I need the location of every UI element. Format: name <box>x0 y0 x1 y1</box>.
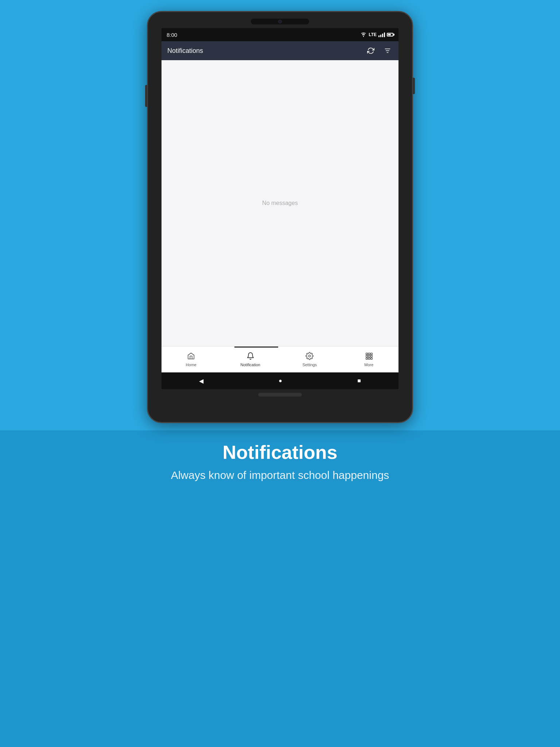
wifi-icon <box>360 32 367 37</box>
svg-rect-9 <box>368 355 370 357</box>
camera-lens <box>278 20 282 23</box>
home-icon <box>187 352 195 361</box>
nav-item-more[interactable]: More <box>354 349 384 370</box>
signal-icon <box>378 32 385 37</box>
tablet-device: 8:00 LTE <box>147 11 413 423</box>
power-button[interactable] <box>413 78 415 94</box>
status-time: 8:00 <box>167 32 177 38</box>
content-area: No messages <box>162 60 398 346</box>
filter-button[interactable] <box>382 46 393 56</box>
bottom-handle <box>258 393 302 396</box>
status-bar: 8:00 LTE <box>162 28 398 41</box>
svg-point-0 <box>363 36 364 37</box>
nav-label-more: More <box>364 363 373 367</box>
volume-button[interactable] <box>145 85 147 107</box>
svg-rect-10 <box>370 355 372 357</box>
svg-rect-7 <box>370 353 372 355</box>
svg-rect-12 <box>368 358 370 360</box>
back-button[interactable]: ◀ <box>199 378 203 384</box>
svg-rect-5 <box>366 353 368 355</box>
nav-item-notification[interactable]: Notification <box>236 349 265 370</box>
nav-label-notification: Notification <box>241 363 260 367</box>
nav-label-home: Home <box>186 363 197 367</box>
nav-indicator <box>234 347 278 348</box>
grid-icon <box>365 352 373 361</box>
svg-point-4 <box>309 355 311 357</box>
svg-rect-11 <box>366 358 368 360</box>
nav-label-settings: Settings <box>302 363 317 367</box>
svg-rect-13 <box>370 358 372 360</box>
svg-rect-6 <box>368 353 370 355</box>
system-nav-bar: ◀ ● ■ <box>162 372 398 389</box>
settings-icon <box>306 352 314 361</box>
bottom-navigation: Home Notification <box>162 346 398 372</box>
bell-icon <box>246 352 254 361</box>
app-bar: Notifications <box>162 41 398 60</box>
refresh-button[interactable] <box>366 46 376 56</box>
camera-notch <box>251 19 309 24</box>
home-button[interactable]: ● <box>279 378 282 384</box>
empty-state-message: No messages <box>262 200 298 206</box>
app-title: Notifications <box>167 47 203 55</box>
lte-indicator: LTE <box>369 32 377 37</box>
nav-item-settings[interactable]: Settings <box>295 349 324 370</box>
recents-button[interactable]: ■ <box>357 378 361 384</box>
battery-icon <box>387 33 393 36</box>
nav-item-home[interactable]: Home <box>176 349 206 370</box>
caption-subtitle: Always know of important school happenin… <box>171 469 389 481</box>
app-bar-actions <box>366 46 393 56</box>
device-screen: 8:00 LTE <box>162 28 398 389</box>
status-icons: LTE <box>360 32 393 37</box>
svg-rect-8 <box>366 355 368 357</box>
tablet-bottom-bar <box>148 389 412 400</box>
refresh-icon <box>367 47 374 54</box>
caption-section: Notifications Always know of important s… <box>171 441 389 481</box>
caption-title: Notifications <box>223 441 338 463</box>
filter-icon <box>384 47 391 54</box>
